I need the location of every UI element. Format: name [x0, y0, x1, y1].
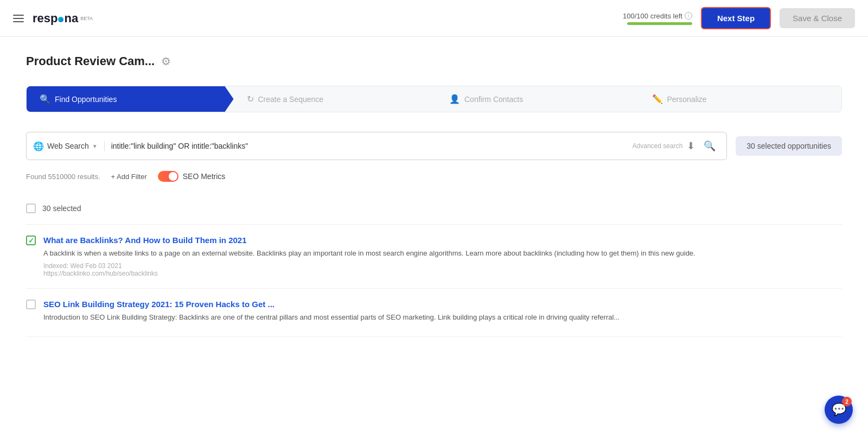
credits-bar — [627, 22, 692, 25]
next-step-button[interactable]: Next Step — [701, 7, 771, 29]
save-close-button[interactable]: Save & Close — [780, 8, 855, 28]
results-count: Found 5510000 results. — [26, 173, 100, 181]
campaign-title-row: Product Review Cam... ⚙ — [26, 54, 842, 68]
results-header-row: 30 selected — [26, 199, 842, 225]
step-personalize-label: Personalize — [667, 95, 707, 104]
filter-row: Found 5510000 results. + Add Filter SEO … — [26, 171, 842, 182]
logo-text: respna — [33, 11, 78, 26]
credits-info-icon: i — [685, 12, 692, 20]
credits-bar-fill — [627, 22, 692, 25]
logo: respna BETA — [33, 11, 93, 26]
toggle-slider — [158, 171, 178, 182]
step-find-opportunities[interactable]: 🔍 Find Opportunities — [27, 86, 234, 112]
header-left: respna BETA — [13, 11, 93, 26]
result-content-2: SEO Link Building Strategy 2021: 15 Prov… — [43, 300, 842, 326]
step-confirm-contacts[interactable]: 👤 Confirm Contacts — [436, 86, 639, 112]
search-type-dropdown[interactable]: 🌐 Web Search ▼ — [33, 141, 105, 151]
credits-label: 100/100 credits left — [623, 12, 682, 20]
table-row: SEO Link Building Strategy 2021: 15 Prov… — [26, 289, 842, 338]
download-icon[interactable]: ⬇ — [682, 140, 699, 152]
step-sequence-label: Create a Sequence — [258, 95, 324, 104]
main-content: Product Review Cam... ⚙ 🔍 Find Opportuni… — [0, 37, 868, 354]
search-type-label: Web Search — [47, 142, 89, 150]
personalize-step-icon: ✏️ — [652, 94, 663, 104]
result-indexed-1: Wed Feb 03 2021 — [70, 262, 122, 270]
result-url-1[interactable]: https://backlinko.com/hub/seo/backlinks — [43, 270, 842, 277]
caret-down-icon: ▼ — [92, 143, 98, 149]
contacts-step-icon: 👤 — [449, 94, 460, 104]
seo-metrics-label: SEO Metrics — [183, 172, 226, 181]
header: respna BETA 100/100 credits left i Next … — [0, 0, 868, 37]
selected-count-label: 30 selected — [42, 204, 81, 213]
select-all-checkbox[interactable] — [26, 203, 36, 213]
advanced-search-label[interactable]: Advanced search — [633, 142, 683, 150]
hamburger-menu[interactable] — [13, 15, 24, 22]
seo-toggle-row: SEO Metrics — [158, 171, 226, 182]
steps-bar: 🔍 Find Opportunities ↻ Create a Sequence… — [26, 86, 842, 112]
gear-icon[interactable]: ⚙ — [161, 55, 171, 68]
step-contacts-label: Confirm Contacts — [464, 95, 523, 104]
checkmark-icon: ✓ — [28, 237, 34, 245]
search-input[interactable] — [105, 142, 633, 150]
result-content-1: What are Backlinks? And How to Build The… — [43, 236, 842, 277]
result-meta-1: Indexed: Wed Feb 03 2021 — [43, 262, 842, 270]
search-row: 🌐 Web Search ▼ Advanced search ⬇ 🔍 30 se… — [26, 132, 842, 160]
campaign-title: Product Review Cam... — [26, 54, 155, 68]
result-title-2[interactable]: SEO Link Building Strategy 2021: 15 Prov… — [43, 300, 842, 309]
results-list: ✓ What are Backlinks? And How to Build T… — [26, 225, 842, 337]
credits-area: 100/100 credits left i — [623, 12, 692, 25]
result-checkbox-1[interactable]: ✓ — [26, 236, 36, 245]
search-box: 🌐 Web Search ▼ Advanced search ⬇ 🔍 — [26, 132, 727, 160]
table-row: ✓ What are Backlinks? And How to Build T… — [26, 225, 842, 289]
step-personalize[interactable]: ✏️ Personalize — [639, 86, 842, 112]
globe-icon: 🌐 — [33, 141, 44, 151]
result-desc-1: A backlink is when a website links to a … — [43, 248, 842, 259]
step-create-sequence[interactable]: ↻ Create a Sequence — [234, 86, 437, 112]
header-right: 100/100 credits left i Next Step Save & … — [623, 7, 855, 29]
step-find-label: Find Opportunities — [55, 95, 117, 104]
search-icon[interactable]: 🔍 — [699, 140, 720, 152]
result-checkbox-2[interactable] — [26, 300, 36, 309]
seo-metrics-toggle[interactable] — [158, 171, 178, 182]
logo-beta: BETA — [80, 16, 93, 21]
credits-text: 100/100 credits left i — [623, 12, 692, 20]
add-filter-button[interactable]: + Add Filter — [111, 173, 147, 181]
search-step-icon: 🔍 — [40, 94, 50, 104]
result-title-1[interactable]: What are Backlinks? And How to Build The… — [43, 236, 842, 245]
sequence-step-icon: ↻ — [247, 94, 254, 104]
result-desc-2: Introduction to SEO Link Building Strate… — [43, 312, 842, 323]
selected-opportunities-button[interactable]: 30 selected opportunities — [736, 136, 842, 156]
